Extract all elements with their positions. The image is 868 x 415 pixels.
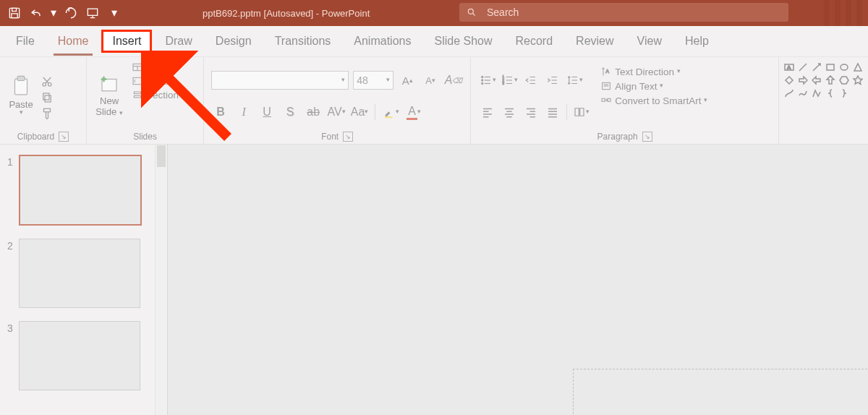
strikethrough-button[interactable]: ab	[304, 103, 323, 121]
line-arrow-icon[interactable]	[811, 61, 822, 73]
group-drawing: A	[779, 57, 868, 144]
layout-button[interactable]: Layout ▾	[132, 61, 185, 73]
redo-icon[interactable]	[64, 6, 78, 20]
paste-button[interactable]: Paste ▾	[4, 60, 38, 130]
tab-file[interactable]: File	[6, 30, 45, 52]
shadow-button[interactable]: S	[281, 103, 299, 121]
increase-font-icon[interactable]: A▴	[398, 71, 417, 90]
bullets-button[interactable]: ▾	[478, 71, 497, 90]
numbering-button[interactable]: 123▾	[500, 71, 519, 90]
convert-smartart-button[interactable]: Convert to SmartArt▾	[600, 95, 707, 106]
align-text-button[interactable]: Align Text▾	[600, 80, 707, 92]
decrease-indent-button[interactable]	[522, 71, 540, 90]
bold-button[interactable]: B	[211, 103, 230, 121]
format-painter-icon[interactable]	[41, 107, 54, 120]
undo-dropdown-icon[interactable]: ▾	[51, 5, 56, 20]
align-left-button[interactable]	[478, 103, 497, 121]
textbox-icon[interactable]: A	[783, 61, 795, 73]
font-name-combo[interactable]: ▾	[211, 71, 349, 90]
brace-left-icon[interactable]	[825, 87, 836, 99]
thumbnail-1[interactable]: 1	[0, 145, 167, 228]
slide-editor[interactable]: Click to add title	[168, 145, 868, 415]
triangle-icon[interactable]	[852, 61, 864, 73]
group-paragraph: ▾ 123▾ ▾ ▾ A Text Direc	[471, 57, 779, 144]
tab-transitions[interactable]: Transitions	[265, 30, 341, 52]
title-bar: ▾ ▾ pptB692.pptm [Autosaved] - PowerPoin…	[0, 0, 868, 26]
cut-icon[interactable]	[41, 75, 54, 88]
underline-button[interactable]: U	[258, 103, 276, 121]
tab-home[interactable]: Home	[48, 30, 99, 52]
tab-view[interactable]: View	[627, 30, 672, 52]
clipboard-dialog-launcher[interactable]: ↘	[59, 132, 69, 142]
freeform-icon[interactable]	[811, 87, 822, 99]
svg-rect-30	[827, 64, 834, 70]
shapes-gallery[interactable]: A	[783, 60, 864, 100]
thumbnail-number: 1	[7, 156, 19, 168]
svg-rect-1	[12, 8, 17, 11]
svg-point-31	[841, 64, 848, 70]
change-case-button[interactable]: Aa▾	[350, 103, 369, 121]
thumbnails-scrollbar[interactable]	[155, 145, 167, 415]
section-button[interactable]: Section ▾	[132, 89, 185, 100]
font-color-button[interactable]: A▾	[404, 103, 423, 121]
smartart-icon	[600, 95, 612, 106]
font-dialog-launcher[interactable]: ↘	[343, 132, 353, 142]
tab-design[interactable]: Design	[205, 30, 262, 52]
curve-icon[interactable]	[797, 87, 809, 99]
oval-icon[interactable]	[838, 61, 850, 73]
columns-button[interactable]: ▾	[571, 103, 590, 121]
font-size-combo[interactable]: 48▾	[353, 71, 393, 90]
align-center-button[interactable]	[500, 103, 519, 121]
thumbnail-2[interactable]: 2	[0, 228, 167, 311]
arrow-right-icon[interactable]	[797, 74, 809, 86]
connector-icon[interactable]	[783, 87, 795, 99]
save-icon[interactable]	[7, 6, 22, 20]
line-icon[interactable]	[797, 61, 809, 73]
group-label-clipboard: Clipboard	[17, 132, 54, 142]
tab-record[interactable]: Record	[506, 30, 563, 52]
align-right-button[interactable]	[522, 103, 540, 121]
tab-animations[interactable]: Animations	[344, 30, 421, 52]
justify-button[interactable]	[543, 103, 562, 121]
svg-rect-17	[385, 116, 393, 118]
tab-insert[interactable]: Insert	[101, 30, 152, 53]
tab-review[interactable]: Review	[566, 30, 624, 52]
decrease-font-icon[interactable]: A▾	[421, 71, 440, 90]
hexagon-icon[interactable]	[838, 74, 850, 86]
new-slide-button[interactable]: New Slide ▾	[91, 60, 127, 130]
character-spacing-button[interactable]: AV▾	[327, 103, 346, 121]
undo-icon[interactable]	[29, 6, 43, 20]
italic-button[interactable]: I	[234, 103, 253, 121]
line-spacing-button[interactable]: ▾	[565, 71, 584, 90]
svg-point-20	[481, 82, 482, 84]
tab-help[interactable]: Help	[675, 30, 719, 52]
highlight-color-button[interactable]: ▾	[381, 103, 400, 121]
qat-customize-icon[interactable]: ▾	[107, 5, 122, 20]
text-direction-button[interactable]: A Text Direction▾	[600, 66, 707, 77]
arrow-left-icon[interactable]	[811, 74, 822, 86]
title-placeholder[interactable]: Click to add title	[573, 369, 868, 415]
tab-draw[interactable]: Draw	[155, 30, 202, 52]
group-clipboard: Paste ▾ Clipboard ↘	[0, 57, 87, 144]
paragraph-dialog-launcher[interactable]: ↘	[642, 132, 652, 142]
search-box[interactable]: Search	[459, 3, 788, 22]
thumbnail-3[interactable]: 3	[0, 311, 167, 393]
section-label: Section	[146, 90, 179, 100]
star-icon[interactable]	[852, 74, 864, 86]
diamond-icon[interactable]	[783, 74, 795, 86]
copy-icon[interactable]	[41, 91, 54, 104]
present-from-start-icon[interactable]	[85, 6, 100, 20]
rectangle-icon[interactable]	[825, 61, 836, 73]
svg-point-19	[481, 80, 482, 81]
reset-label: Reset	[146, 76, 171, 87]
clear-formatting-icon[interactable]: A⌫	[444, 71, 463, 90]
quick-access-toolbar: ▾ ▾	[0, 6, 122, 20]
svg-text:A: A	[605, 68, 609, 74]
arrow-up-icon[interactable]	[825, 74, 836, 86]
increase-indent-button[interactable]	[543, 71, 562, 90]
tab-slideshow[interactable]: Slide Show	[424, 30, 502, 52]
group-label-font: Font	[321, 132, 339, 142]
reset-button[interactable]: Reset	[132, 75, 185, 87]
brace-right-icon[interactable]	[838, 87, 850, 99]
window-title: pptB692.pptm [Autosaved] - PowerPoint	[203, 8, 370, 19]
